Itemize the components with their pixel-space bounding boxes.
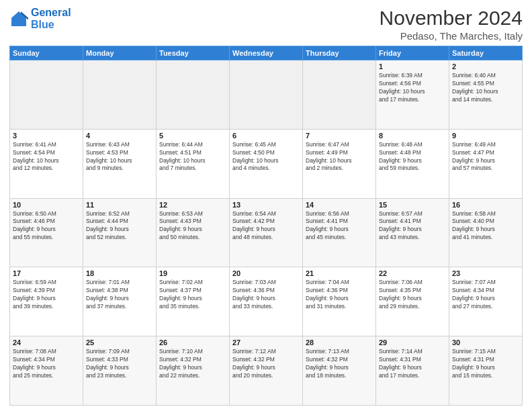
day-info: Sunrise: 7:07 AM Sunset: 4:34 PM Dayligh…	[452, 279, 519, 311]
day-info: Sunrise: 6:58 AM Sunset: 4:40 PM Dayligh…	[452, 210, 519, 242]
day-info: Sunrise: 6:56 AM Sunset: 4:41 PM Dayligh…	[306, 210, 373, 242]
calendar-cell: 14Sunrise: 6:56 AM Sunset: 4:41 PM Dayli…	[303, 198, 376, 267]
calendar-cell: 18Sunrise: 7:01 AM Sunset: 4:38 PM Dayli…	[83, 267, 157, 336]
day-info: Sunrise: 7:13 AM Sunset: 4:32 PM Dayligh…	[306, 348, 373, 380]
day-info: Sunrise: 7:09 AM Sunset: 4:33 PM Dayligh…	[86, 348, 153, 380]
page: General Blue November 2024 Pedaso, The M…	[0, 0, 532, 411]
day-number: 30	[452, 338, 519, 347]
day-number: 2	[452, 62, 519, 71]
logo-icon	[9, 9, 28, 28]
day-number: 19	[159, 269, 226, 277]
day-info: Sunrise: 6:54 AM Sunset: 4:42 PM Dayligh…	[232, 210, 300, 242]
day-info: Sunrise: 6:40 AM Sunset: 4:55 PM Dayligh…	[452, 72, 519, 104]
calendar-cell: 24Sunrise: 7:08 AM Sunset: 4:34 PM Dayli…	[10, 336, 83, 406]
calendar-cell	[10, 60, 83, 130]
header: General Blue November 2024 Pedaso, The M…	[9, 7, 523, 42]
calendar-cell: 1Sunrise: 6:39 AM Sunset: 4:56 PM Daylig…	[376, 60, 449, 130]
day-number: 10	[13, 201, 80, 209]
svg-rect-2	[11, 21, 26, 26]
day-info: Sunrise: 7:03 AM Sunset: 4:36 PM Dayligh…	[232, 279, 300, 311]
logo: General Blue	[9, 7, 71, 30]
calendar-cell: 15Sunrise: 6:57 AM Sunset: 4:41 PM Dayli…	[376, 198, 449, 267]
day-number: 3	[13, 132, 80, 140]
calendar-body: 1Sunrise: 6:39 AM Sunset: 4:56 PM Daylig…	[10, 60, 523, 406]
calendar-cell: 9Sunrise: 6:49 AM Sunset: 4:47 PM Daylig…	[449, 129, 523, 198]
day-info: Sunrise: 6:48 AM Sunset: 4:48 PM Dayligh…	[379, 141, 446, 173]
day-info: Sunrise: 7:02 AM Sunset: 4:37 PM Dayligh…	[159, 279, 226, 311]
day-number: 17	[13, 269, 80, 277]
day-info: Sunrise: 6:47 AM Sunset: 4:49 PM Dayligh…	[306, 141, 373, 173]
calendar-cell: 8Sunrise: 6:48 AM Sunset: 4:48 PM Daylig…	[376, 129, 449, 198]
day-number: 13	[232, 201, 300, 209]
day-number: 23	[452, 269, 519, 277]
calendar-cell: 11Sunrise: 6:52 AM Sunset: 4:44 PM Dayli…	[83, 198, 157, 267]
calendar-cell: 19Sunrise: 7:02 AM Sunset: 4:37 PM Dayli…	[157, 267, 230, 336]
calendar-week-4: 17Sunrise: 6:59 AM Sunset: 4:39 PM Dayli…	[10, 267, 523, 336]
day-number: 8	[379, 132, 446, 140]
day-number: 12	[159, 201, 226, 209]
weekday-header-sunday: Sunday	[10, 46, 83, 60]
month-title: November 2024	[380, 7, 523, 29]
location-title: Pedaso, The Marches, Italy	[380, 30, 523, 42]
calendar-cell: 3Sunrise: 6:41 AM Sunset: 4:54 PM Daylig…	[10, 129, 83, 198]
day-number: 25	[86, 338, 153, 347]
day-number: 29	[379, 338, 446, 347]
weekday-header-saturday: Saturday	[449, 46, 523, 60]
weekday-row: SundayMondayTuesdayWednesdayThursdayFrid…	[10, 46, 523, 60]
calendar-week-3: 10Sunrise: 6:50 AM Sunset: 4:46 PM Dayli…	[10, 198, 523, 267]
calendar-cell: 26Sunrise: 7:10 AM Sunset: 4:32 PM Dayli…	[157, 336, 230, 406]
day-info: Sunrise: 6:59 AM Sunset: 4:39 PM Dayligh…	[13, 279, 80, 311]
calendar-week-2: 3Sunrise: 6:41 AM Sunset: 4:54 PM Daylig…	[10, 129, 523, 198]
day-info: Sunrise: 7:14 AM Sunset: 4:31 PM Dayligh…	[379, 348, 446, 380]
title-block: November 2024 Pedaso, The Marches, Italy	[380, 7, 523, 42]
calendar-cell: 17Sunrise: 6:59 AM Sunset: 4:39 PM Dayli…	[10, 267, 83, 336]
day-number: 21	[306, 269, 373, 277]
calendar-cell: 10Sunrise: 6:50 AM Sunset: 4:46 PM Dayli…	[10, 198, 83, 267]
day-info: Sunrise: 7:04 AM Sunset: 4:36 PM Dayligh…	[306, 279, 373, 311]
calendar-cell: 16Sunrise: 6:58 AM Sunset: 4:40 PM Dayli…	[449, 198, 523, 267]
calendar-cell: 5Sunrise: 6:44 AM Sunset: 4:51 PM Daylig…	[157, 129, 230, 198]
day-info: Sunrise: 7:01 AM Sunset: 4:38 PM Dayligh…	[86, 279, 153, 311]
calendar-cell: 23Sunrise: 7:07 AM Sunset: 4:34 PM Dayli…	[449, 267, 523, 336]
weekday-header-monday: Monday	[83, 46, 157, 60]
calendar-week-5: 24Sunrise: 7:08 AM Sunset: 4:34 PM Dayli…	[10, 336, 523, 406]
day-info: Sunrise: 6:52 AM Sunset: 4:44 PM Dayligh…	[86, 210, 153, 242]
day-info: Sunrise: 6:50 AM Sunset: 4:46 PM Dayligh…	[13, 210, 80, 242]
calendar-cell: 13Sunrise: 6:54 AM Sunset: 4:42 PM Dayli…	[230, 198, 303, 267]
calendar-cell: 29Sunrise: 7:14 AM Sunset: 4:31 PM Dayli…	[376, 336, 449, 406]
day-number: 1	[379, 62, 446, 71]
calendar-cell: 21Sunrise: 7:04 AM Sunset: 4:36 PM Dayli…	[303, 267, 376, 336]
logo-line1: General	[31, 7, 71, 18]
day-info: Sunrise: 7:08 AM Sunset: 4:34 PM Dayligh…	[13, 348, 80, 380]
day-number: 7	[306, 132, 373, 140]
logo-text: General Blue	[31, 7, 71, 30]
calendar-cell	[303, 60, 376, 130]
day-number: 16	[452, 201, 519, 209]
calendar-cell: 12Sunrise: 6:53 AM Sunset: 4:43 PM Dayli…	[157, 198, 230, 267]
calendar-cell	[157, 60, 230, 130]
calendar-cell: 2Sunrise: 6:40 AM Sunset: 4:55 PM Daylig…	[449, 60, 523, 130]
day-number: 15	[379, 201, 446, 209]
day-number: 4	[86, 132, 153, 140]
day-info: Sunrise: 7:10 AM Sunset: 4:32 PM Dayligh…	[159, 348, 226, 380]
day-info: Sunrise: 6:43 AM Sunset: 4:53 PM Dayligh…	[86, 141, 153, 173]
calendar-week-1: 1Sunrise: 6:39 AM Sunset: 4:56 PM Daylig…	[10, 60, 523, 130]
weekday-header-thursday: Thursday	[303, 46, 376, 60]
weekday-header-wednesday: Wednesday	[230, 46, 303, 60]
day-number: 27	[232, 338, 300, 347]
day-info: Sunrise: 6:41 AM Sunset: 4:54 PM Dayligh…	[13, 141, 80, 173]
day-info: Sunrise: 6:39 AM Sunset: 4:56 PM Dayligh…	[379, 72, 446, 104]
logo-line2: Blue	[31, 19, 54, 30]
weekday-header-friday: Friday	[376, 46, 449, 60]
day-number: 5	[159, 132, 226, 140]
day-info: Sunrise: 7:12 AM Sunset: 4:32 PM Dayligh…	[232, 348, 300, 380]
day-number: 6	[232, 132, 300, 140]
day-number: 24	[13, 338, 80, 347]
calendar-cell: 28Sunrise: 7:13 AM Sunset: 4:32 PM Dayli…	[303, 336, 376, 406]
calendar-cell: 20Sunrise: 7:03 AM Sunset: 4:36 PM Dayli…	[230, 267, 303, 336]
day-info: Sunrise: 7:15 AM Sunset: 4:31 PM Dayligh…	[452, 348, 519, 380]
calendar-table: SundayMondayTuesdayWednesdayThursdayFrid…	[9, 46, 523, 406]
calendar-cell	[83, 60, 157, 130]
calendar-cell	[230, 60, 303, 130]
calendar-cell: 27Sunrise: 7:12 AM Sunset: 4:32 PM Dayli…	[230, 336, 303, 406]
